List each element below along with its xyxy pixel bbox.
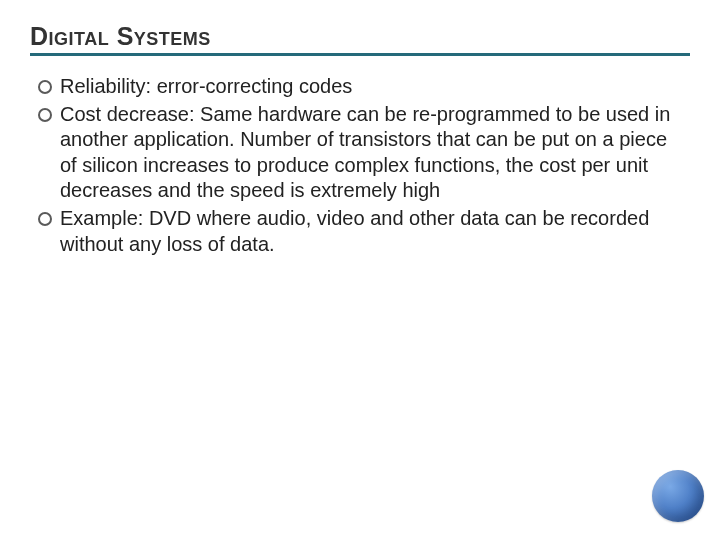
title-underline: Digital Systems [30,22,690,56]
slide: Digital Systems Reliability: error-corre… [0,0,720,540]
list-item: Cost decrease: Same hardware can be re-p… [60,102,682,204]
list-item: Example: DVD where audio, video and othe… [60,206,682,257]
slide-content: Reliability: error-correcting codes Cost… [30,74,690,257]
slide-title: Digital Systems [30,22,690,51]
bullet-list: Reliability: error-correcting codes Cost… [38,74,682,257]
list-item: Reliability: error-correcting codes [60,74,682,100]
decorative-sphere-icon [652,470,704,522]
